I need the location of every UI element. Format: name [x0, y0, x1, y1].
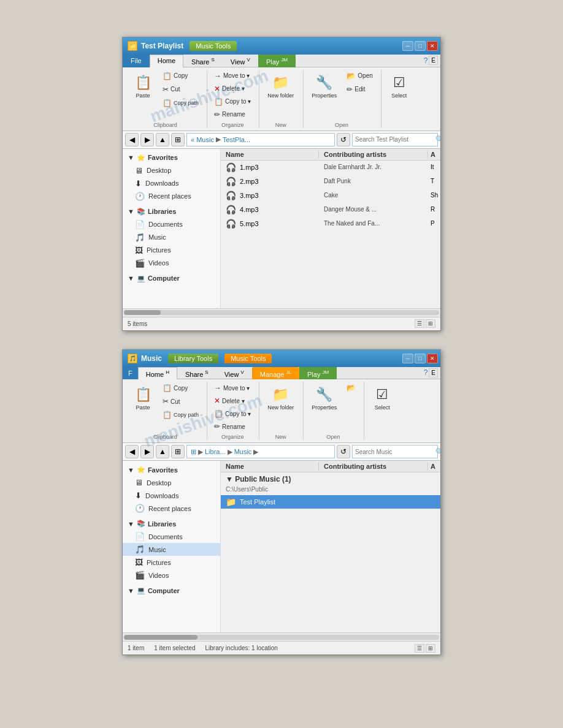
folder-entry-test-playlist[interactable]: 📁 Test Playlist — [221, 495, 440, 509]
new-folder-button-2[interactable]: 📁 New folder — [263, 382, 298, 414]
sidebar-item-videos-1[interactable]: 🎬 Videos — [123, 257, 220, 270]
context-tab-library-tools[interactable]: Library Tools — [168, 354, 218, 363]
properties-button-1[interactable]: 🔧 Properties — [307, 70, 341, 102]
tab-file-1[interactable]: File — [123, 55, 150, 67]
sidebar-item-videos-2[interactable]: 🎬 Videos — [123, 569, 220, 582]
file-row-1[interactable]: 🎧 2.mp3 Daft Punk T — [221, 175, 440, 189]
refresh-button-2[interactable]: ↺ — [337, 445, 350, 458]
crumb-music-1[interactable]: « Music — [191, 136, 214, 143]
sidebar-item-desktop-2[interactable]: 🖥 Desktop — [123, 476, 220, 489]
select-button-1[interactable]: ☑ Select — [385, 70, 413, 102]
sidebar-item-recent-1[interactable]: 🕐 Recent places — [123, 190, 220, 203]
copy-button-2[interactable]: 📋 Copy — [159, 382, 202, 394]
maximize-button-1[interactable]: □ — [415, 41, 426, 51]
libraries-header-2[interactable]: ▼ 📚 Libraries — [123, 517, 220, 530]
close-button-2[interactable]: ✕ — [427, 354, 438, 363]
crumb-music-2[interactable]: Music — [234, 448, 252, 455]
search-input-2[interactable] — [353, 449, 435, 455]
file-row-4[interactable]: 🎧 5.mp3 The Naked and Fa... P — [221, 217, 440, 231]
new-folder-button-1[interactable]: 📁 New folder — [263, 70, 298, 102]
up-button-2[interactable]: ▲ — [156, 445, 169, 458]
delete-button-1[interactable]: ✕ Delete ▾ — [211, 83, 248, 95]
sidebar-item-downloads-1[interactable]: ⬇ Downloads — [123, 177, 220, 190]
tab-manage-2[interactable]: Manage JL — [252, 367, 299, 380]
view-grid-btn-1[interactable]: ⊞ — [426, 319, 435, 328]
sidebar-item-downloads-2[interactable]: ⬇ Downloads — [123, 489, 220, 502]
sidebar-item-documents-2[interactable]: 📄 Documents — [123, 530, 220, 543]
scrollbar-h-2[interactable] — [123, 632, 440, 641]
col-artist-1[interactable]: Contributing artists — [319, 150, 428, 159]
scrollbar-h-1[interactable] — [123, 308, 440, 317]
paste-button-1[interactable]: 📋 Paste — [129, 70, 157, 102]
sidebar-item-music-2[interactable]: 🎵 Music — [123, 543, 220, 556]
computer-header-2[interactable]: ▼ 💻 Computer — [123, 584, 220, 597]
rename-button-1[interactable]: ✏ Rename — [211, 108, 248, 121]
cut-button-1[interactable]: ✂ Cut — [159, 83, 202, 96]
tab-share-1[interactable]: Share S — [183, 55, 223, 67]
properties-button-2[interactable]: 🔧 Properties — [307, 382, 341, 414]
paste-button-2[interactable]: 📋 Paste — [129, 382, 157, 414]
sidebar-item-desktop-1[interactable]: 🖥 Desktop — [123, 164, 220, 177]
home-button-2[interactable]: ⊞ — [171, 445, 185, 458]
help-btn-1[interactable]: ? — [424, 56, 428, 65]
view-grid-btn-2[interactable]: ⊞ — [426, 644, 435, 653]
tab-home-1[interactable]: Home — [150, 55, 183, 67]
col-artist-2[interactable]: Contributing artists — [319, 462, 428, 471]
favorites-header-2[interactable]: ▼ ⭐ Favorites — [123, 463, 220, 476]
address-path-1[interactable]: « Music ▶ TestPla... — [186, 133, 335, 146]
search-input-1[interactable] — [353, 136, 435, 143]
tab-home-2[interactable]: Home H — [138, 367, 177, 380]
tab-play-2[interactable]: Play JM — [299, 367, 337, 380]
copy-to-button-1[interactable]: 📋 Copy to ▾ — [211, 96, 254, 108]
minimize-button-1[interactable]: ─ — [402, 41, 413, 51]
col-name-1[interactable]: Name — [221, 150, 319, 159]
search-icon-1[interactable]: 🔍 — [435, 134, 441, 146]
minimize-button-2[interactable]: ─ — [402, 354, 413, 363]
home-button-1[interactable]: ⊞ — [171, 133, 185, 146]
forward-button-2[interactable]: ▶ — [140, 445, 154, 458]
tab-play-1[interactable]: Play JM — [258, 55, 296, 67]
search-icon-2[interactable]: 🔍 — [435, 446, 441, 458]
view-list-btn-2[interactable]: ☰ — [415, 644, 424, 653]
tab-view-1[interactable]: View V — [223, 55, 258, 67]
context-tab-music-tools[interactable]: Music Tools — [190, 41, 237, 51]
sidebar-item-pictures-1[interactable]: 🖼 Pictures — [123, 244, 220, 257]
move-to-button-2[interactable]: → Move to ▾ — [211, 382, 253, 394]
file-row-2[interactable]: 🎧 3.mp3 Cake Sh — [221, 189, 440, 203]
open-btn-2[interactable]: 📂 — [343, 382, 359, 394]
refresh-button-1[interactable]: ↺ — [337, 133, 350, 146]
col-name-2[interactable]: Name — [221, 462, 319, 471]
select-button-2[interactable]: ☑ Select — [368, 382, 396, 414]
col-album-1[interactable]: A — [428, 150, 440, 159]
tab-view-2[interactable]: View V — [216, 367, 252, 380]
back-button-2[interactable]: ◀ — [125, 445, 139, 458]
crumb-lib-2[interactable]: ⊞ — [191, 448, 196, 456]
sidebar-item-music-1[interactable]: 🎵 Music — [123, 231, 220, 244]
address-path-2[interactable]: ⊞ ▶ Libra... ▶ Music ▶ — [186, 445, 335, 458]
sidebar-item-pictures-2[interactable]: 🖼 Pictures — [123, 556, 220, 569]
file-row-3[interactable]: 🎧 4.mp3 Danger Mouse & ... R — [221, 203, 440, 217]
view-list-btn-1[interactable]: ☰ — [415, 319, 424, 328]
libraries-header-1[interactable]: ▼ 📚 Libraries — [123, 205, 220, 218]
open-btn-1[interactable]: 📂 Open — [343, 70, 375, 82]
close-button-1[interactable]: ✕ — [427, 41, 438, 51]
maximize-button-2[interactable]: □ — [415, 354, 426, 363]
move-to-button-1[interactable]: → Move to ▾ — [211, 70, 253, 82]
copy-path-button-2[interactable]: 📋 Copy path — [159, 409, 202, 421]
context-tab-music-tools-2[interactable]: Music Tools — [224, 354, 272, 363]
cut-button-2[interactable]: ✂ Cut — [159, 395, 202, 408]
sidebar-item-documents-1[interactable]: 📄 Documents — [123, 218, 220, 231]
expand-ribbon-btn-2[interactable]: E — [429, 368, 438, 377]
favorites-header-1[interactable]: ▼ ⭐ Favorites — [123, 151, 220, 164]
file-row-0[interactable]: 🎧 1.mp3 Dale Earnhardt Jr. Jr. It — [221, 161, 440, 175]
back-button-1[interactable]: ◀ — [125, 133, 139, 146]
help-btn-2[interactable]: ? — [424, 368, 428, 377]
sidebar-item-recent-2[interactable]: 🕐 Recent places — [123, 502, 220, 515]
expand-ribbon-btn-1[interactable]: E — [429, 56, 438, 65]
tab-file-2[interactable]: F — [123, 367, 138, 380]
edit-btn-1[interactable]: ✏ Edit — [343, 83, 375, 96]
copy-button-1[interactable]: 📋 Copy — [159, 70, 202, 82]
col-album-2[interactable]: A — [428, 462, 440, 471]
computer-header-1[interactable]: ▼ 💻 Computer — [123, 272, 220, 285]
crumb-testpla-1[interactable]: TestPla... — [223, 136, 250, 143]
